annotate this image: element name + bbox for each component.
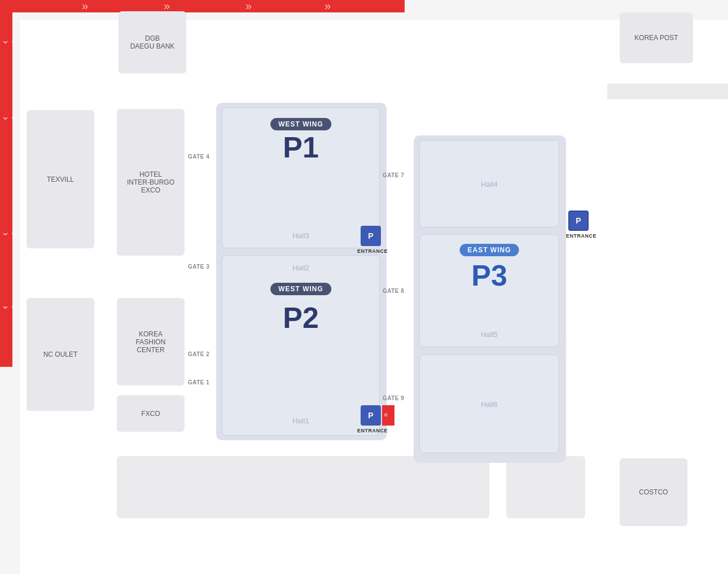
- hall1-label: Hall1: [292, 417, 309, 425]
- red-entrance-arrow: «: [382, 405, 394, 426]
- west-p1-entrance-label: ENTRANCE: [357, 248, 388, 254]
- hotel-label: HOTEL INTER-BURGO EXCO: [127, 170, 174, 194]
- chevron-3: ⌄⌄: [1, 226, 18, 238]
- nc-outlet-label: NC OULET: [43, 350, 78, 358]
- building-korea-fashion: KOREA FASHION CENTER: [117, 298, 185, 385]
- chevron-2: ⌄⌄: [1, 110, 18, 122]
- korea-post-label: KOREA POST: [634, 34, 678, 42]
- red-road-vertical: ⌄⌄ ⌄⌄ ⌄⌄ ⌄⌄: [0, 0, 12, 367]
- building-bottom-right: [506, 456, 585, 518]
- gate4-label: GATE 4: [188, 154, 209, 160]
- chevron-1: ⌄⌄: [1, 34, 18, 46]
- red-road-top: » » » »: [0, 0, 405, 12]
- p3-number: P3: [471, 258, 507, 292]
- building-korea-post: KOREA POST: [620, 12, 693, 63]
- west-p1-entrance-box: P: [361, 226, 381, 246]
- korea-fashion-label: KOREA FASHION CENTER: [136, 330, 166, 354]
- east-parking-icon: P: [568, 211, 589, 231]
- west-wing-p1-label: WEST WING: [278, 120, 323, 128]
- east-entrance-label: ENTRANCE: [566, 233, 597, 239]
- arrow-4: »: [324, 0, 331, 12]
- building-texvill: TEXVILL: [27, 110, 94, 248]
- building-costco: COSTCO: [620, 458, 687, 526]
- costco-label: COSTCO: [639, 488, 668, 496]
- hall3-label: Hall3: [292, 231, 309, 240]
- west-p2-entrance-box: P: [361, 405, 381, 426]
- gate1-label: GATE 1: [188, 379, 209, 385]
- arrow-2: »: [164, 0, 170, 12]
- west-p1-section: WEST WING P1 Hall3: [222, 107, 380, 248]
- east-parking-p-label: P: [576, 216, 581, 225]
- west-p2-section: Hall2 WEST WING P2 Hall1: [222, 255, 380, 436]
- gate2-label: GATE 2: [188, 351, 209, 357]
- exco-east-outer: Hall4 EAST WING P3 Hall5 Hall6: [414, 135, 566, 463]
- west-wing-p2-label: WEST WING: [278, 285, 323, 293]
- down-arrow-3: ⌄⌄: [394, 319, 409, 330]
- building-dgb: DGB DAEGU BANK: [119, 11, 186, 73]
- hall5-label: Hall5: [481, 330, 498, 339]
- west-wing-p1-badge: WEST WING: [270, 118, 331, 130]
- building-fxco: FXCO: [117, 395, 185, 432]
- arrow-3: »: [245, 0, 252, 12]
- fxco-label: FXCO: [141, 410, 160, 418]
- west-p2-parking-icon: P: [368, 411, 373, 420]
- arrow-1: »: [82, 0, 88, 12]
- building-bottom-center: [117, 456, 489, 518]
- hall2-label: Hall2: [292, 264, 309, 272]
- building-nc-outlet: NC OULET: [27, 298, 94, 411]
- down-arrow-1: ⌄⌄: [394, 117, 409, 128]
- texvill-label: TEXVILL: [47, 176, 74, 183]
- hall4-label: Hall4: [481, 179, 498, 188]
- gate3-label: GATE 3: [188, 264, 209, 270]
- building-hotel: HOTEL INTER-BURGO EXCO: [117, 109, 185, 256]
- map-container: » » » » ⌄⌄ ⌄⌄ ⌄⌄ ⌄⌄ DGB DAEGU BANK KOREA…: [0, 0, 728, 574]
- hall4-section: Hall4: [419, 140, 559, 227]
- down-arrow-2: ⌄⌄: [394, 178, 409, 189]
- east-p3-section: EAST WING P3 Hall5: [419, 234, 559, 347]
- hall6-section: Hall6: [419, 354, 559, 453]
- top-strip-right: [607, 84, 728, 99]
- east-wing-badge: EAST WING: [460, 244, 519, 256]
- gate8-label: GATE 8: [383, 288, 404, 294]
- west-p1-parking-icon: P: [368, 231, 373, 240]
- hall6-label: Hall6: [481, 400, 498, 408]
- down-arrow-4: ⌄⌄: [394, 389, 409, 400]
- exco-west-outer: WEST WING P1 Hall3 GATE 4 Hall2 WEST WIN…: [216, 103, 387, 440]
- dgb-label: DGB DAEGU BANK: [130, 34, 175, 50]
- west-wing-p2-badge: WEST WING: [270, 283, 331, 295]
- west-p2-entrance-label: ENTRANCE: [357, 428, 388, 433]
- east-wing-label: EAST WING: [468, 246, 511, 254]
- p2-number: P2: [283, 301, 319, 335]
- p1-number: P1: [283, 130, 319, 164]
- chevron-4: ⌄⌄: [1, 299, 18, 312]
